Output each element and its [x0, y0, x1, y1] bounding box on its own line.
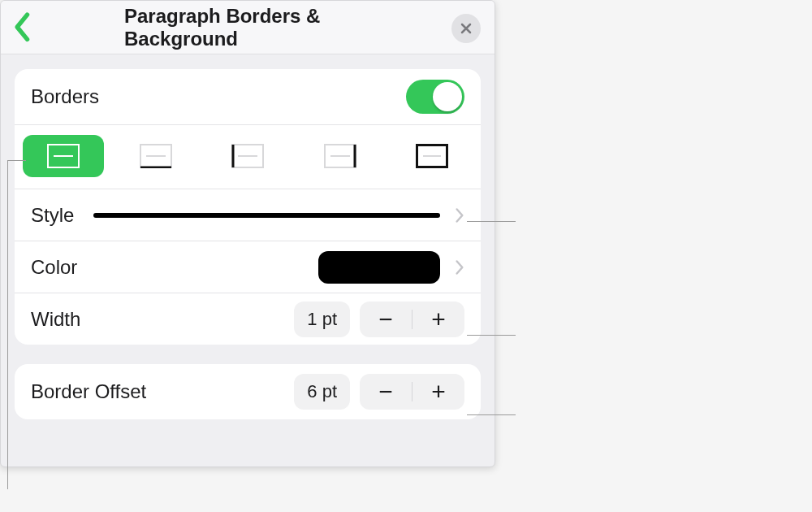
border-position-segmented — [15, 124, 481, 189]
callout-line — [467, 414, 516, 415]
borders-card: Borders — [15, 69, 481, 345]
width-label: Width — [31, 308, 80, 331]
border-offset-decrease-button[interactable]: − — [360, 374, 412, 410]
border-all-button[interactable] — [23, 135, 104, 177]
border-offset-row: Border Offset 6 pt − + — [15, 364, 481, 419]
style-label: Style — [31, 204, 74, 227]
borders-row: Borders — [15, 69, 481, 124]
panel-title: Paragraph Borders & Background — [124, 5, 371, 50]
panel-header: Paragraph Borders & Background — [1, 1, 495, 54]
width-stepper: − + — [360, 302, 464, 337]
width-row: Width 1 pt − + — [15, 293, 481, 345]
color-label: Color — [31, 256, 77, 279]
color-row[interactable]: Color — [15, 241, 481, 293]
chevron-left-icon — [14, 11, 32, 43]
border-all-icon — [47, 144, 80, 168]
border-bottom-button[interactable] — [115, 135, 197, 177]
border-offset-stepper: − + — [360, 374, 464, 410]
border-offset-increase-button[interactable]: + — [412, 374, 464, 410]
chevron-right-icon — [455, 259, 464, 276]
chevron-right-icon — [455, 207, 464, 223]
width-decrease-button[interactable]: − — [360, 302, 412, 337]
border-right-button[interactable] — [300, 135, 381, 177]
border-offset-card: Border Offset 6 pt − + — [15, 364, 481, 419]
callout-line — [7, 160, 8, 489]
back-button[interactable] — [14, 11, 32, 44]
width-increase-button[interactable]: + — [412, 302, 464, 337]
border-offset-value[interactable]: 6 pt — [294, 374, 350, 410]
border-offset-label: Border Offset — [31, 380, 146, 403]
callout-line — [467, 221, 516, 222]
width-value[interactable]: 1 pt — [294, 302, 350, 337]
callout-line — [467, 335, 516, 336]
border-outside-button[interactable] — [391, 135, 473, 177]
border-bottom-icon — [140, 144, 172, 168]
border-outside-icon — [416, 144, 448, 168]
border-right-icon — [324, 144, 356, 168]
toggle-knob — [433, 82, 462, 111]
borders-label: Borders — [31, 85, 99, 108]
border-left-icon — [231, 144, 264, 168]
borders-toggle[interactable] — [406, 80, 464, 114]
border-left-button[interactable] — [207, 135, 288, 177]
color-swatch[interactable] — [318, 251, 440, 284]
callout-line — [7, 160, 26, 161]
style-preview-line — [93, 213, 440, 218]
borders-background-panel: Paragraph Borders & Background Borders — [0, 0, 495, 467]
close-button[interactable] — [451, 14, 481, 43]
close-icon — [460, 22, 473, 35]
style-row[interactable]: Style — [15, 189, 481, 241]
